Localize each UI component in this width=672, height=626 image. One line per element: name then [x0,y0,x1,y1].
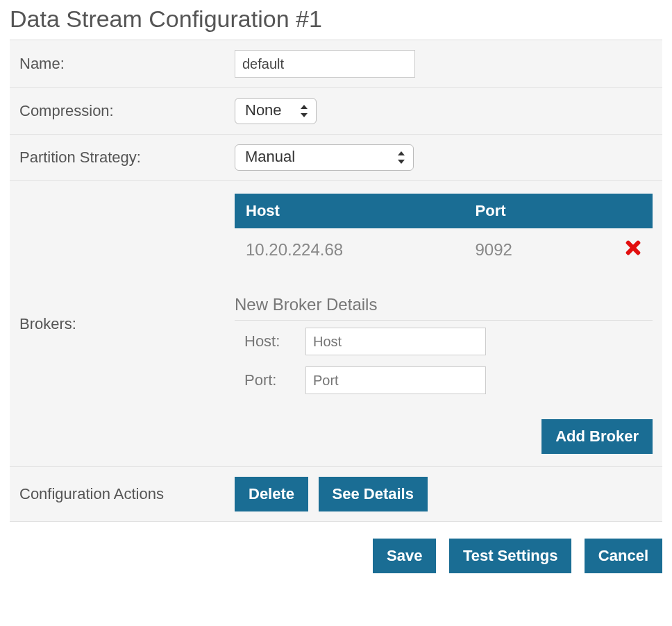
compression-value: None [245,101,282,119]
name-label: Name: [19,55,235,73]
test-settings-button[interactable]: Test Settings [449,539,572,573]
row-partition: Partition Strategy: Manual [10,135,662,181]
see-details-button[interactable]: See Details [319,477,428,511]
new-broker-port-input[interactable] [305,366,486,394]
partition-select[interactable]: Manual [235,144,414,171]
row-brokers: Brokers: Host Port 10.20.224.68 9092 [10,181,662,467]
row-name: Name: [10,40,662,88]
new-broker-host-row: Host: [235,321,653,359]
footer-actions: Save Test Settings Cancel [10,539,662,573]
partition-value: Manual [245,148,295,165]
new-broker-port-label: Port: [244,371,305,389]
new-broker-host-label: Host: [244,332,305,350]
delete-button[interactable]: Delete [235,477,308,511]
delete-broker-icon[interactable] [625,239,641,256]
row-compression: Compression: None [10,88,662,135]
brokers-table: Host Port 10.20.224.68 9092 [235,194,653,271]
new-broker-host-input[interactable] [305,328,486,355]
config-actions-label: Configuration Actions [19,485,235,503]
brokers-label: Brokers: [19,194,235,454]
config-form: Name: Compression: None Partition Strate… [10,40,662,522]
row-config-actions: Configuration Actions Delete See Details [10,467,662,522]
cell-host: 10.20.224.68 [235,228,464,271]
page-title: Data Stream Configuration #1 [10,6,662,33]
select-arrows-icon [396,151,406,164]
select-arrows-icon [299,105,309,117]
cancel-button[interactable]: Cancel [585,539,662,573]
save-button[interactable]: Save [373,539,436,573]
cell-port: 9092 [464,228,578,271]
compression-label: Compression: [19,102,235,120]
new-broker-port-row: Port: [235,359,653,398]
table-row: 10.20.224.68 9092 [235,228,653,271]
compression-select[interactable]: None [235,98,317,124]
add-broker-button[interactable]: Add Broker [541,419,653,454]
col-port: Port [464,194,578,228]
name-input[interactable] [235,50,415,78]
col-host: Host [235,194,464,228]
new-broker-heading: New Broker Details [235,295,653,321]
col-actions [578,194,653,228]
partition-label: Partition Strategy: [19,149,235,167]
